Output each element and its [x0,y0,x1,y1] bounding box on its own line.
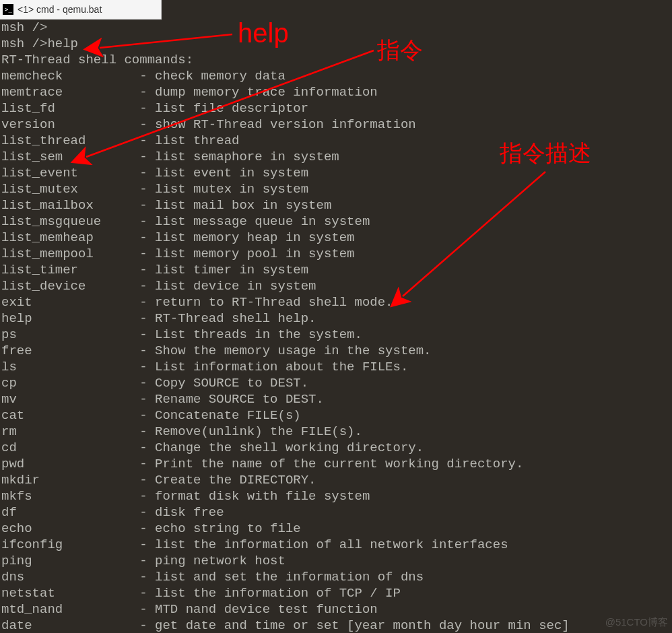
command-description: Remove(unlink) the FILE(s). [155,424,362,439]
command-name: memcheck [1,68,132,84]
command-description: Show the memory usage in the system. [155,343,431,358]
command-name: list_mempool [1,246,132,262]
command-description: show RT-Thread version information [155,117,416,132]
command-name: cp [1,375,132,391]
command-name: cd [1,440,132,456]
command-description: RT-Thread shell help. [155,311,316,326]
command-separator: - [132,521,155,536]
command-name: list_device [1,278,132,294]
command-description: list mail box in system [155,198,331,213]
command-name: help [1,310,132,327]
command-row: mv - Rename SOURCE to DEST. [1,391,671,407]
command-description: ping network host [155,554,285,568]
command-row: list_msgqueue - list message queue in sy… [1,213,671,230]
command-separator: - [132,343,155,358]
command-description: list the information of all network inte… [155,537,508,552]
prompt-line-empty: msh /> [1,20,671,36]
command-description: Change the shell working directory. [155,440,424,455]
command-name: netstat [1,585,132,601]
command-row: free - Show the memory usage in the syst… [1,343,671,359]
command-separator: - [132,457,155,471]
command-row: ps - List threads in the system. [1,327,671,343]
command-separator: - [132,69,155,84]
command-description: echo string to file [155,521,301,536]
watermark: @51CTO博客 [605,616,668,629]
command-separator: - [132,424,155,439]
command-description: dump memory trace information [155,85,378,100]
command-name: pwd [1,456,132,472]
command-description: format disk with file system [155,489,370,504]
command-row: cd - Change the shell working directory. [1,440,671,456]
command-row: mtd_nand - MTD nand device test function [1,601,671,618]
command-description: list file descriptor [155,101,308,116]
command-description: Concatenate FILE(s) [155,408,301,423]
command-name: mkdir [1,472,132,488]
command-row: list_device - list device in system [1,278,671,294]
command-separator: - [132,586,155,601]
terminal-window: >_ <1> cmd - qemu.bat msh />msh />helpRT… [0,0,672,633]
command-name: ping [1,553,132,569]
command-description: list and set the information of dns [155,570,424,585]
command-separator: - [132,489,155,504]
command-separator: - [132,295,155,310]
command-name: list_mutex [1,181,132,197]
command-row: exit - return to RT-Thread shell mode. [1,294,671,310]
command-row: list_mailbox - list mail box in system [1,197,671,213]
command-separator: - [132,473,155,488]
command-row: list_thread - list thread [1,133,671,149]
command-name: ls [1,359,132,375]
command-row: list_timer - list timer in system [1,262,671,278]
command-row: mkdir - Create the DIRECTORY. [1,472,671,488]
command-separator: - [132,117,155,132]
command-row: ls - List information about the FILEs. [1,359,671,375]
command-name: list_memheap [1,230,132,246]
command-name: ps [1,327,132,343]
command-separator: - [132,505,155,520]
command-row: cat - Concatenate FILE(s) [1,407,671,424]
command-separator: - [132,570,155,585]
window-title: <1> cmd - qemu.bat [18,4,102,15]
command-row: mkfs - format disk with file system [1,488,671,504]
command-row: list_event - list event in system [1,165,671,181]
command-description: MTD nand device test function [155,602,378,617]
command-row: dns - list and set the information of dn… [1,569,671,585]
command-row: cp - Copy SOURCE to DEST. [1,375,671,391]
terminal-output[interactable]: msh />msh />helpRT-Thread shell commands… [0,20,672,633]
commands-header: RT-Thread shell commands: [1,52,671,68]
command-name: date [1,618,132,633]
command-description: list memory pool in system [155,246,354,261]
command-name: list_sem [1,149,132,165]
command-description: list event in system [155,166,308,180]
command-name: ifconfig [1,537,132,553]
command-separator: - [132,133,155,148]
command-description: list mutex in system [155,182,308,197]
prompt-line-help: msh />help [1,36,671,52]
command-row: netstat - list the information of TCP / … [1,585,671,601]
command-name: list_event [1,165,132,181]
command-row: list_mempool - list memory pool in syste… [1,246,671,262]
command-description: List information about the FILEs. [155,360,408,374]
command-description: list memory heap in system [155,230,354,245]
command-description: List threads in the system. [155,327,362,342]
command-description: return to RT-Thread shell mode. [155,295,393,310]
svg-text:>_: >_ [5,6,12,13]
command-separator: - [132,149,155,164]
command-separator: - [132,392,155,407]
command-name: version [1,116,132,133]
command-name: cat [1,407,132,424]
command-row: pwd - Print the name of the current work… [1,456,671,472]
command-row: rm - Remove(unlink) the FILE(s). [1,424,671,440]
command-row: echo - echo string to file [1,521,671,537]
command-name: dns [1,569,132,585]
command-name: list_msgqueue [1,213,132,230]
command-separator: - [132,85,155,100]
command-name: df [1,504,132,521]
command-description: list device in system [155,279,316,294]
command-separator: - [132,214,155,229]
command-description: Create the DIRECTORY. [155,473,316,488]
command-separator: - [132,246,155,261]
titlebar[interactable]: >_ <1> cmd - qemu.bat [0,0,162,20]
command-separator: - [132,311,155,326]
command-name: mkfs [1,488,132,504]
command-separator: - [132,376,155,391]
